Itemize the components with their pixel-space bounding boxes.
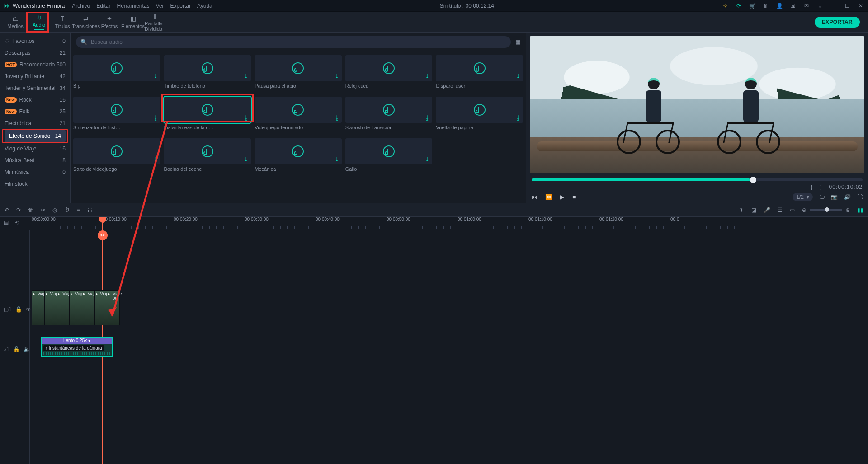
video-clip[interactable]: ▸Viaj: [95, 291, 108, 325]
audio-item[interactable]: ⭳Instantáneas de la cá…: [164, 97, 251, 130]
video-clip[interactable]: ▸Viaj: [45, 291, 57, 325]
prev-frame-icon[interactable]: ⏮: [532, 194, 537, 200]
tab-elementos[interactable]: ◧Elementos: [121, 12, 145, 32]
sidebar-item-electrónica[interactable]: Electrónica21: [0, 117, 70, 129]
preview-video[interactable]: [530, 36, 864, 173]
audio-item[interactable]: ⭳Timbre de teléfono: [164, 55, 251, 89]
audio-item[interactable]: ⭳Sintetizador de histor…: [73, 97, 160, 130]
sidebar-item-música-beat[interactable]: Música Beat8: [0, 155, 70, 166]
download-item-icon[interactable]: ⭳: [153, 114, 159, 121]
sidebar-item-tender-y-sentimental[interactable]: Tender y Sentimental34: [0, 82, 70, 94]
search-input[interactable]: 🔍 Buscar audio: [76, 36, 511, 48]
sidebar-item-rock[interactable]: NewRock16: [0, 94, 70, 106]
tab-títulos[interactable]: TTítulos: [51, 12, 74, 32]
audio-item[interactable]: ⭳Bocina del coche: [164, 138, 251, 172]
marker-add-icon[interactable]: ▭: [790, 207, 795, 213]
menu-herramientas[interactable]: Herramientas: [117, 3, 150, 9]
download-item-icon[interactable]: ⭳: [425, 73, 430, 80]
play-icon[interactable]: ▶: [560, 194, 564, 200]
crop-timer-icon[interactable]: ⏱: [64, 207, 70, 213]
audio-item[interactable]: ⭳Gallo: [345, 138, 433, 172]
audio-item[interactable]: ⭳Salto de videojuego: [73, 138, 160, 172]
close-icon[interactable]: ✕: [857, 2, 864, 9]
grid-view-icon[interactable]: ▦: [515, 39, 520, 45]
tab-efectos[interactable]: ✦Efectos: [98, 12, 121, 32]
video-clip[interactable]: ▸Viaj: [70, 291, 82, 325]
mark-out-icon[interactable]: }: [820, 184, 822, 190]
video-clip[interactable]: ▸Viaj: [82, 291, 95, 325]
lock-icon[interactable]: 🔓: [13, 346, 20, 352]
sidebar-item-descargas[interactable]: Descargas21: [0, 47, 70, 59]
seek-bar[interactable]: [532, 178, 863, 181]
mail-icon[interactable]: ✉: [803, 2, 810, 9]
download-item-icon[interactable]: ⭳: [243, 73, 249, 80]
stop-back-icon[interactable]: ⏪: [545, 194, 552, 200]
zoom-slider[interactable]: ⊖ ⊕: [802, 207, 850, 213]
account-icon[interactable]: 👤: [776, 2, 783, 9]
tab-medios[interactable]: 🗀Medios: [4, 12, 27, 32]
export-button[interactable]: EXPORTAR: [815, 17, 860, 28]
menu-archivo[interactable]: Archivo: [72, 3, 90, 9]
tab-transiciones[interactable]: ⇄Transiciones: [74, 12, 98, 32]
audio-item[interactable]: ⭳Disparo láser: [436, 55, 523, 89]
audio-item[interactable]: ⭳Pausa para el apio: [255, 55, 342, 89]
audio-item[interactable]: ⭳Vuelta de página: [436, 97, 523, 130]
video-clip[interactable]: ▸Viaj: [57, 291, 70, 325]
sidebar-item-jóven-y-brillante[interactable]: Jóven y Brillante42: [0, 70, 70, 82]
download-item-icon[interactable]: ⭳: [334, 73, 340, 80]
snapshot-icon[interactable]: 📷: [831, 194, 838, 200]
zoom-in-icon[interactable]: ⊕: [845, 207, 850, 213]
save-icon[interactable]: 🖫: [789, 2, 797, 9]
audio-clip[interactable]: Lento 0.25x ▾ ♪ Instantáneas de la cámar…: [41, 337, 113, 357]
download-item-icon[interactable]: ⭳: [515, 114, 521, 121]
download-item-icon[interactable]: ⭳: [243, 114, 249, 121]
mute-icon[interactable]: 🔈: [24, 346, 30, 352]
sidebar-item-efecto-de-sonido[interactable]: Efecto de Sonido14: [5, 130, 66, 142]
menu-ver[interactable]: Ver: [156, 3, 164, 9]
shield-icon[interactable]: ◪: [751, 207, 756, 213]
voice-wave-icon[interactable]: ⫶⫶: [87, 207, 93, 213]
sidebar-item-folk[interactable]: NewFolk25: [0, 106, 70, 117]
lock-icon[interactable]: 🔓: [15, 306, 22, 313]
minimize-icon[interactable]: —: [830, 2, 837, 9]
zoom-out-icon[interactable]: ⊖: [802, 207, 807, 213]
sidebar-item-mi-música[interactable]: Mi música0: [0, 166, 70, 178]
video-clip-strip[interactable]: ▸Viaj▸Viaj▸Viaj▸Viaj▸Viaj▸Viaj▸Viaje 06: [32, 290, 120, 325]
sun-icon[interactable]: ☀: [739, 207, 744, 213]
audio-item[interactable]: ⭳Mecánica: [255, 138, 342, 172]
menu-ayuda[interactable]: Ayuda: [197, 3, 212, 9]
download-item-icon[interactable]: ⭳: [334, 114, 340, 121]
download-item-icon[interactable]: ⭳: [153, 156, 159, 163]
audio-item[interactable]: ⭳Videojuego terminado: [255, 97, 342, 130]
download-item-icon[interactable]: ⭳: [515, 73, 521, 80]
maximize-icon[interactable]: ☐: [844, 2, 851, 9]
download-icon[interactable]: ⭳: [816, 2, 824, 9]
adjust-icon[interactable]: ≡: [77, 207, 80, 213]
sidebar-item-filmstock[interactable]: Filmstock: [0, 178, 70, 190]
timeline-options-icon[interactable]: ▤: [4, 220, 9, 226]
timeline[interactable]: 00:00:00:0000:00:10:0000:00:20:0000:00:3…: [0, 217, 868, 464]
download-item-icon[interactable]: ⭳: [425, 156, 430, 163]
download-item-icon[interactable]: ⭳: [243, 156, 249, 163]
cart-icon[interactable]: 🛒: [749, 2, 756, 9]
time-ruler[interactable]: 00:00:00:0000:00:10:0000:00:20:0000:00:3…: [30, 217, 868, 230]
menu-exportar[interactable]: Exportar: [170, 3, 191, 9]
volume-icon[interactable]: 🔊: [844, 194, 851, 200]
trash-icon[interactable]: 🗑: [762, 2, 769, 9]
undo-icon[interactable]: ↶: [5, 207, 9, 213]
link-icon[interactable]: ⟲: [15, 220, 19, 226]
mic-icon[interactable]: 🎤: [764, 207, 770, 213]
redo-icon[interactable]: ↷: [16, 207, 21, 213]
eye-icon[interactable]: 👁: [26, 306, 31, 313]
download-item-icon[interactable]: ⭳: [425, 114, 430, 121]
delete-icon[interactable]: 🗑: [28, 207, 33, 213]
fullscreen-icon[interactable]: ⛶: [857, 194, 863, 200]
video-clip[interactable]: ▸Viaj: [32, 291, 45, 325]
mark-in-icon[interactable]: {: [811, 184, 813, 190]
speed-icon[interactable]: ◷: [52, 207, 57, 213]
stop-icon[interactable]: ■: [572, 194, 576, 200]
tab-audio[interactable]: ♫Audio: [27, 12, 51, 32]
audio-item[interactable]: ⭳Swoosh de transición: [345, 97, 433, 130]
mixer-icon[interactable]: ☰: [778, 207, 783, 213]
cut-icon[interactable]: ✂: [41, 207, 45, 213]
